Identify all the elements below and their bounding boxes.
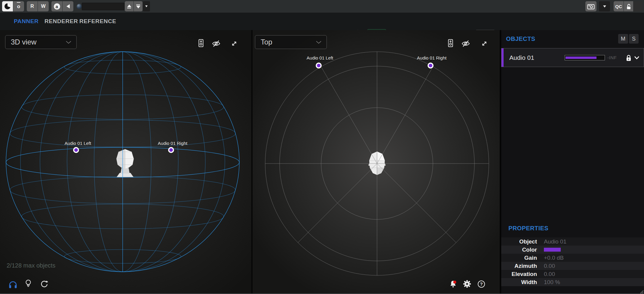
object-expand-button[interactable]: [634, 56, 639, 60]
eye-slash-icon: [461, 39, 470, 48]
fullscreen-top-button[interactable]: [480, 40, 488, 47]
automation-write-button[interactable]: W: [38, 1, 49, 11]
preset-name-field[interactable]: [82, 3, 124, 10]
panner-top-view: Top Audio 01: [253, 30, 500, 294]
property-row-azimuth: Azimuth 0.00: [501, 262, 644, 270]
property-value[interactable]: +0.0 dB: [544, 254, 564, 262]
object-dot-left[interactable]: [73, 147, 79, 153]
help-button[interactable]: ?: [477, 280, 485, 288]
read-label: R: [30, 4, 34, 9]
hide-labels-button[interactable]: [212, 39, 221, 48]
camera-icon: [587, 3, 595, 10]
property-value[interactable]: 0.00: [544, 270, 555, 278]
speaker-icon: [198, 39, 204, 47]
property-row-elevation: Elevation 0.00: [501, 270, 644, 278]
mute-all-button[interactable]: M: [618, 34, 628, 44]
property-row-gain: Gain +0.0 dB: [501, 254, 644, 262]
host-toolbar: o R W a: [0, 0, 644, 13]
grid-spokes: [265, 52, 489, 275]
sidebar: OBJECTS M S Audio 01 -INF: [501, 30, 644, 294]
fullscreen-3d-button[interactable]: [230, 40, 238, 47]
chevron-down-icon: [634, 56, 639, 60]
snapshot-button[interactable]: [585, 1, 596, 11]
lightbulb-icon: [25, 279, 32, 289]
resize-grip-icon: [639, 289, 644, 294]
next-preset-button[interactable]: [134, 1, 143, 11]
tab-renderer[interactable]: RENDERER: [44, 13, 78, 30]
speaker-visibility-button[interactable]: [448, 39, 453, 47]
unlocked-padlock-icon: [625, 3, 632, 10]
object-label-right: Audio 01 Right: [402, 55, 462, 60]
qc-label: QC: [615, 4, 622, 9]
object-lock-button[interactable]: [625, 54, 632, 62]
eject-up-icon: [127, 5, 131, 8]
settings-button[interactable]: [463, 280, 471, 288]
speaker-visibility-button[interactable]: [198, 39, 204, 47]
bell-icon: [449, 280, 457, 288]
expand-arrows-icon: [480, 40, 488, 47]
rotate-reset-icon: [40, 280, 48, 288]
object-row[interactable]: Audio 01 -INF: [501, 48, 644, 67]
solo-all-button[interactable]: S: [629, 34, 639, 44]
property-row-object: Object Audio 01: [501, 237, 644, 246]
tab-panner[interactable]: PANNER: [14, 13, 38, 30]
gear-icon: [463, 280, 471, 288]
max-objects-note: 2/128 max objects: [7, 262, 55, 269]
property-label: Gain: [501, 254, 537, 262]
property-label: Elevation: [501, 270, 537, 278]
automation-enable-button[interactable]: a: [51, 1, 62, 11]
hints-button[interactable]: [25, 279, 32, 289]
object-dot-right[interactable]: [168, 147, 174, 153]
reset-view-button[interactable]: [40, 280, 48, 288]
auto-icon: a: [54, 3, 60, 10]
object-label-right: Audio 01 Right: [143, 141, 203, 146]
target-sphere-icon[interactable]: [77, 4, 82, 9]
eject-down-icon: [136, 5, 140, 8]
qc-button[interactable]: QC: [614, 1, 624, 11]
object-color-strip: [501, 48, 504, 67]
headphones-icon: [8, 280, 17, 289]
view-3d-selector-value: 3D view: [11, 38, 36, 46]
hide-labels-button[interactable]: [461, 39, 470, 48]
properties-table: Object Audio 01 Color Gain +0.0 dB Azimu…: [501, 237, 644, 286]
property-value[interactable]: 100 %: [544, 278, 560, 286]
property-label: Object: [501, 237, 537, 246]
object-dot-left[interactable]: [316, 63, 322, 69]
object-dot-right[interactable]: [428, 63, 434, 69]
property-value[interactable]: 0.00: [544, 262, 555, 270]
listener-head-3d: [116, 149, 134, 177]
view-top-selector-value: Top: [261, 38, 272, 46]
compare-icon: o: [17, 4, 20, 9]
property-label: Color: [501, 246, 537, 254]
compare-button[interactable]: o: [13, 1, 24, 11]
property-value[interactable]: Audio 01: [544, 237, 566, 246]
dropdown-arrow-icon: [145, 5, 148, 7]
help-icon: ?: [477, 280, 485, 288]
expand-arrows-icon: [230, 40, 238, 47]
write-label: W: [41, 4, 45, 9]
color-swatch[interactable]: [544, 248, 561, 252]
object-level-meter: [565, 55, 605, 60]
object-name: Audio 01: [509, 48, 534, 67]
plugin-power-button[interactable]: [2, 1, 13, 11]
chevron-down-icon: [316, 41, 322, 44]
view-top-selector[interactable]: Top: [255, 35, 327, 49]
automation-read-button[interactable]: R: [27, 1, 38, 11]
resize-grip[interactable]: [639, 289, 644, 294]
previous-preset-button[interactable]: [125, 1, 133, 11]
previous-button[interactable]: [63, 1, 73, 11]
object-label-left: Audio 01 Left: [290, 55, 350, 60]
property-row-width: Width 100 %: [501, 278, 644, 286]
snapshot-menu-button[interactable]: [599, 1, 610, 11]
binaural-monitor-button[interactable]: [8, 280, 17, 289]
lock-icon: [625, 54, 632, 62]
preset-menu-button[interactable]: [143, 1, 150, 11]
dropdown-arrow-icon: [603, 5, 606, 8]
property-label: Azimuth: [501, 262, 537, 270]
tab-reference[interactable]: REFERENCE: [79, 13, 116, 30]
lock-button[interactable]: [624, 1, 633, 11]
empty-slot-button[interactable]: [633, 1, 642, 11]
view-3d-selector[interactable]: 3D view: [5, 35, 77, 49]
tab-bar: PANNER RENDERER REFERENCE Limit MASTER O…: [0, 13, 644, 30]
notifications-button[interactable]: [449, 280, 457, 288]
